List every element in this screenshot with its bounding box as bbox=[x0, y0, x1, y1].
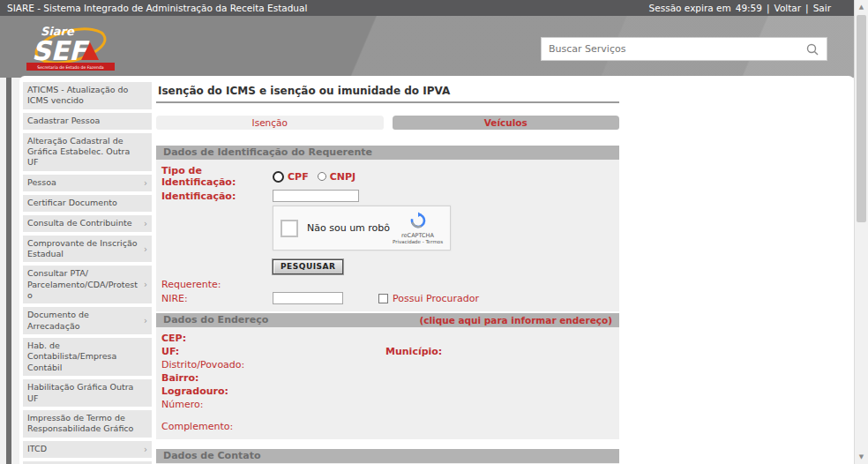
sair-link[interactable]: Sair bbox=[813, 3, 831, 13]
search-input[interactable] bbox=[549, 43, 805, 55]
recaptcha-widget: Não sou um robô reCAPTCHA Privacidade - … bbox=[273, 206, 451, 251]
sidebar-menu-item[interactable]: Consulta de Contribuinte › bbox=[23, 215, 152, 232]
chevron-right-icon: › bbox=[144, 218, 147, 229]
chevron-right-icon: › bbox=[144, 243, 147, 255]
recaptcha-icon bbox=[409, 212, 427, 229]
sidebar-item-label: Consulta de Contribuinte bbox=[27, 218, 142, 229]
sidebar-menu-item[interactable]: Certificar Documento › bbox=[23, 195, 152, 212]
possui-procurador-checkbox[interactable] bbox=[378, 294, 388, 303]
scroll-up-icon[interactable]: ▲ bbox=[855, 0, 868, 14]
section-endereco: Dados do Endereço (clique aqui para info… bbox=[156, 313, 619, 439]
section-body: Tipo de Identificação: CPF CNPJ Identifi… bbox=[156, 160, 619, 311]
sidebar-item-label: Impressão de Termo de Responsabilidade G… bbox=[27, 413, 142, 435]
section-title: Dados do Endereço bbox=[163, 314, 268, 326]
chevron-right-icon: › bbox=[144, 444, 147, 455]
cnpj-radio[interactable] bbox=[318, 172, 326, 181]
sidebar-item-label: Alteração Cadastral de Gráfica Estabelec… bbox=[27, 136, 142, 168]
cep-label: CEP: bbox=[161, 333, 186, 344]
sidebar-item-label: Comprovante de Inscrição Estadual bbox=[27, 238, 142, 260]
session-timer: 49:59 bbox=[736, 3, 762, 13]
section-header: Dados de Identificação do Requerente bbox=[156, 146, 619, 160]
scrollbar-thumb[interactable] bbox=[857, 15, 866, 222]
main-panel: ATICMS - Atualização do ICMS vencido › C… bbox=[19, 76, 854, 464]
sidebar-menu-item[interactable]: Comprovante de Inscrição Estadual › bbox=[23, 236, 152, 263]
tab-isencao[interactable]: Isenção bbox=[156, 116, 384, 130]
header-band: Siare SEF Secretaria de Estado de Fazend… bbox=[0, 16, 868, 78]
nire-input[interactable] bbox=[273, 292, 343, 304]
section-contato: Dados de Contato É necessário que o e-ma… bbox=[156, 449, 619, 464]
sidebar-item-label: Certificar Documento bbox=[27, 198, 142, 209]
nire-label: NIRE: bbox=[161, 293, 273, 304]
sidebar-menu-item[interactable]: Hab. de Contabilista/Empresa Contábil › bbox=[23, 338, 152, 376]
cpf-radio[interactable] bbox=[273, 171, 284, 183]
sidebar-menu-item[interactable]: ATICMS - Atualização do ICMS vencido › bbox=[23, 82, 152, 109]
sidebar-item-label: Documento de Arrecadação bbox=[27, 310, 142, 332]
section-title: Dados de Identificação do Requerente bbox=[163, 146, 372, 158]
chevron-right-icon: › bbox=[144, 315, 147, 326]
scroll-down-icon[interactable]: ▼ bbox=[855, 450, 868, 464]
section-header: Dados de Contato bbox=[156, 449, 619, 463]
session-expire-label: Sessão expira em bbox=[649, 3, 731, 13]
sidebar-menu-item[interactable]: Impressão de Termo de Responsabilidade G… bbox=[23, 410, 152, 438]
uf-label: UF: bbox=[161, 346, 385, 357]
section-header: Dados do Endereço (clique aqui para info… bbox=[156, 313, 619, 327]
identificacao-label: Identificação: bbox=[161, 191, 273, 202]
logo-subtitle: Secretaria de Estado de Fazenda bbox=[37, 65, 104, 70]
requerente-label: Requerente: bbox=[161, 279, 221, 290]
tab-bar: Isenção Veículos bbox=[156, 116, 619, 130]
sidebar-item-label: Pessoa bbox=[27, 177, 142, 189]
logo-sef-text: SEF bbox=[32, 35, 90, 66]
sidebar-item-label: ITCD bbox=[27, 444, 142, 455]
tipo-identificacao-label: Tipo de Identificação: bbox=[161, 165, 273, 188]
separator: | bbox=[767, 3, 770, 13]
tab-veiculos[interactable]: Veículos bbox=[393, 116, 620, 130]
vertical-scrollbar[interactable]: ▲ ▼ bbox=[854, 0, 868, 464]
sidebar-item-label: Cadastrar Pessoa bbox=[27, 116, 142, 127]
app-title: SIARE - Sistema Integrado de Administraç… bbox=[7, 3, 307, 13]
left-accent-strip bbox=[6, 78, 11, 464]
distrito-label: Distrito/Povoado: bbox=[161, 359, 244, 370]
logradouro-label: Logradouro: bbox=[161, 385, 228, 397]
top-bar: SIARE - Sistema Integrado de Administraç… bbox=[0, 0, 868, 16]
section-identificacao: Dados de Identificação do Requerente Tip… bbox=[156, 146, 619, 311]
cpf-label: CPF bbox=[288, 171, 309, 183]
cnpj-label: CNPJ bbox=[330, 171, 355, 183]
search-icon[interactable] bbox=[805, 42, 819, 56]
numero-label: Número: bbox=[161, 399, 203, 410]
sidebar-menu-item[interactable]: Consultar PTA/ Parcelamento/CDA/Protesto… bbox=[23, 266, 152, 303]
separator: | bbox=[805, 3, 809, 13]
possui-procurador-label: Possui Procurador bbox=[393, 293, 479, 304]
municipio-label: Município: bbox=[385, 346, 442, 357]
sidebar-item-label: Habilitação Gráfica Outra UF bbox=[27, 382, 142, 404]
recaptcha-label: Não sou um robô bbox=[307, 222, 393, 234]
sidebar-menu-item[interactable]: Documento de Arrecadação › bbox=[23, 307, 152, 334]
sidebar-menu-item[interactable]: Pessoa › bbox=[23, 175, 152, 191]
recaptcha-links[interactable]: Privacidade - Termos bbox=[393, 239, 443, 244]
sidebar-item-label: Consultar PTA/ Parcelamento/CDA/Protesto bbox=[27, 268, 142, 301]
identificacao-input[interactable] bbox=[273, 190, 359, 202]
recaptcha-brand: reCAPTCHA bbox=[393, 233, 443, 239]
complemento-label: Complemento: bbox=[161, 421, 233, 432]
chevron-right-icon: › bbox=[144, 279, 147, 290]
sidebar-menu-item[interactable]: Cadastrar Pessoa › bbox=[23, 113, 152, 130]
content-area: Isenção do ICMS e isenção ou imunidade d… bbox=[156, 83, 619, 464]
sidebar-menu-item[interactable]: Habilitação Gráfica Outra UF › bbox=[23, 379, 152, 407]
pesquisar-button[interactable]: PESQUISAR bbox=[273, 259, 343, 274]
sidebar-menu-item[interactable]: ITCD › bbox=[23, 441, 152, 458]
informar-endereco-link[interactable]: (clique aqui para informar endereço) bbox=[419, 315, 612, 326]
service-search-box bbox=[541, 37, 827, 61]
page-title: Isenção do ICMS e isenção ou imunidade d… bbox=[156, 83, 619, 103]
recaptcha-checkbox[interactable] bbox=[281, 220, 298, 237]
sidebar-menu: ATICMS - Atualização do ICMS vencido › C… bbox=[23, 82, 152, 464]
bairro-label: Bairro: bbox=[161, 372, 198, 384]
voltar-link[interactable]: Voltar bbox=[774, 3, 802, 13]
sef-siare-logo: Siare SEF Secretaria de Estado de Fazend… bbox=[25, 21, 122, 77]
section-title: Dados de Contato bbox=[163, 450, 260, 461]
chevron-right-icon: › bbox=[144, 177, 147, 189]
sidebar-menu-item[interactable]: Nota Fiscal Avulsa › bbox=[23, 461, 152, 464]
section-body: CEP: UF: Município: Distrito/Povoado: Ba… bbox=[156, 327, 619, 439]
sidebar-menu-item[interactable]: Alteração Cadastral de Gráfica Estabelec… bbox=[23, 133, 152, 171]
sidebar-item-label: Hab. de Contabilista/Empresa Contábil bbox=[27, 341, 142, 373]
sidebar-item-label: ATICMS - Atualização do ICMS vencido bbox=[27, 85, 142, 107]
